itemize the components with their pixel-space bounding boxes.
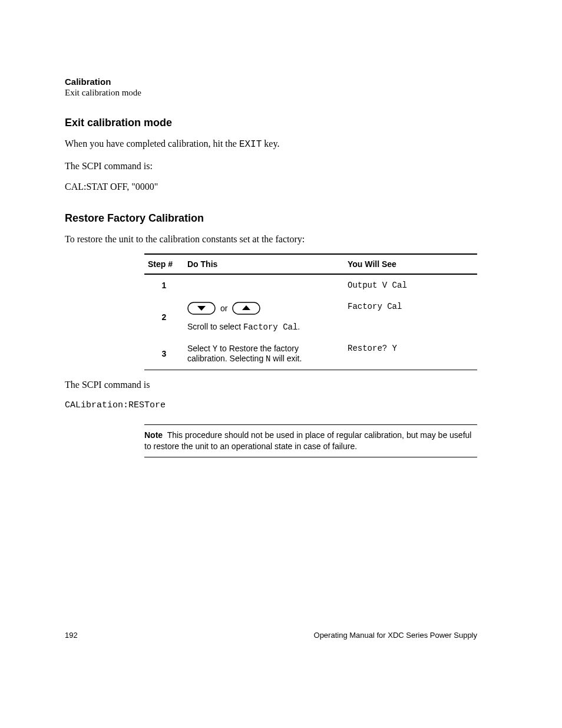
factory-cal-code: Factory Cal xyxy=(243,322,297,332)
note-label: Note xyxy=(144,430,163,440)
step-see: Output V Cal xyxy=(344,274,477,296)
footer-text: Operating Manual for XDC Series Power Su… xyxy=(314,631,477,640)
exit-key-code: EXIT xyxy=(239,139,262,150)
page-number: 192 xyxy=(65,631,78,640)
column-header-do: Do This xyxy=(184,254,344,274)
text: . xyxy=(297,322,300,331)
paragraph-scpi-command-off: CAL:STAT OFF, "0000" xyxy=(65,180,477,193)
text: Scroll to select xyxy=(187,322,243,331)
running-header-subtitle: Exit calibration mode xyxy=(65,88,477,98)
text: Select xyxy=(187,344,213,353)
note-box: Note This procedure should not be used i… xyxy=(144,424,477,457)
text: key. xyxy=(262,139,279,149)
column-header-step: Step # xyxy=(144,254,184,274)
note-text: This procedure should not be used in pla… xyxy=(144,430,471,451)
paragraph-exit-intro: When you have completed calibration, hit… xyxy=(65,137,477,151)
paragraph-scpi-command-restore: CALibration:RESTore xyxy=(65,400,477,411)
paragraph-scpi-label-2: The SCPI command is xyxy=(65,378,477,391)
y-code: Y xyxy=(213,344,217,354)
svg-marker-1 xyxy=(197,306,206,311)
table-row: 3 Select Y to Restore the factory calibr… xyxy=(144,338,477,370)
scroll-instruction: Scroll to select Factory Cal. xyxy=(187,322,340,332)
step-do: or Scroll to select Factory Cal. xyxy=(184,296,344,338)
running-header-title: Calibration xyxy=(65,77,477,87)
column-header-see: You Will See xyxy=(344,254,477,274)
table-row: 2 or xyxy=(144,296,477,338)
text: When you have completed calibration, hit… xyxy=(65,139,239,149)
up-arrow-key-icon xyxy=(232,302,260,315)
step-do xyxy=(184,274,344,296)
paragraph-scpi-label: The SCPI command is: xyxy=(65,160,477,173)
step-do: Select Y to Restore the factory calibrat… xyxy=(184,338,344,370)
heading-exit-calibration-mode: Exit calibration mode xyxy=(65,117,477,129)
paragraph-restore-intro: To restore the unit to the calibration c… xyxy=(65,233,477,246)
svg-marker-3 xyxy=(242,305,250,310)
step-number: 1 xyxy=(144,274,184,296)
step-number: 3 xyxy=(144,338,184,370)
or-label: or xyxy=(220,304,227,313)
steps-table: Step # Do This You Will See 1 Output V C… xyxy=(144,253,477,370)
step-number: 2 xyxy=(144,296,184,338)
step-see: Restore? Y xyxy=(344,338,477,370)
table-row: 1 Output V Cal xyxy=(144,274,477,296)
text: will exit. xyxy=(270,354,302,363)
heading-restore-factory-calibration: Restore Factory Calibration xyxy=(65,212,477,225)
step-see: Factory Cal xyxy=(344,296,477,338)
down-arrow-key-icon xyxy=(187,302,216,315)
